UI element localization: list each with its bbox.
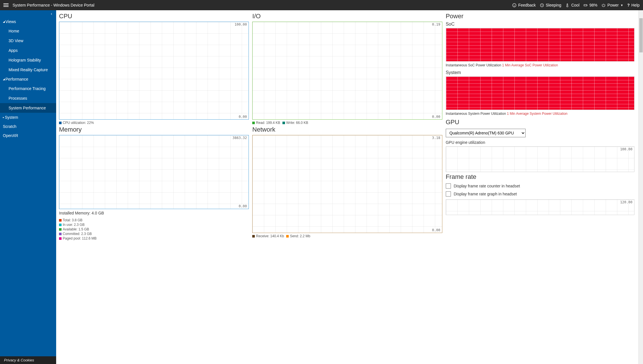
legend-text: Write: 66.0 KB [286,121,308,125]
chart-cpu[interactable]: 100.00 0.00 [59,22,249,120]
section-label: Performance [5,77,28,81]
sidebar-collapse-button[interactable]: ‹ [0,10,56,17]
chart-gpu[interactable]: 100.00 [446,146,634,172]
thermometer-icon [565,3,569,7]
sidebar-nav: ◢Views Home 3D View Apps Hologram Stabil… [0,17,56,356]
svg-point-0 [512,3,516,7]
sidebar-item-mixed-reality-capture[interactable]: Mixed Reality Capture [0,65,56,75]
checkbox-icon[interactable] [446,183,451,189]
legend-text: CPU utilization: 22% [63,121,94,125]
chart-grid [446,77,634,110]
swatch-icon [59,219,62,222]
sidebar-item-scratch[interactable]: Scratch [0,122,56,131]
swatch-icon [59,224,62,226]
chart-grid [446,147,634,172]
smiley-icon [512,3,516,7]
sidebar: ‹ ◢Views Home 3D View Apps Hologram Stab… [0,10,56,364]
gpu-util-label: GPU engine utilization [446,140,634,145]
chevron-down-icon: ◢ [3,78,5,81]
legend-text: In use: 2.3 GB [63,223,85,227]
nav-section-system[interactable]: ▸System [0,113,56,122]
nav-section-performance[interactable]: ◢Performance [0,75,56,84]
svg-point-2 [515,5,515,5]
menu-icon[interactable] [3,3,9,7]
sidebar-item-3d-view[interactable]: 3D View [0,36,56,46]
chart-memory[interactable]: 3863.32 0.00 [59,135,249,209]
chart-grid [446,200,634,215]
help-button[interactable]: ? Help [627,3,640,7]
gpu-select[interactable]: Qualcomm(R) Adreno(TM) 630 GPU [446,129,526,137]
checkbox-icon[interactable] [446,191,451,197]
checkbox-label: Display frame rate graph in headset [454,192,517,196]
label-soc: SoC [446,22,634,27]
swatch-icon [59,228,62,231]
chart-min-value: 0.00 [239,204,247,208]
chart-grid [446,28,634,61]
panel-title-framerate: Frame rate [446,173,634,181]
chart-max-value: 0.19 [432,23,440,26]
battery-state[interactable]: 98% [583,3,597,7]
sidebar-item-performance-tracing[interactable]: Performance Tracing [0,84,56,93]
scrollbar[interactable] [638,10,643,364]
battery-icon [583,3,588,7]
chart-grid [59,22,249,119]
thermal-label: Cool [571,3,579,7]
panel-title-power: Power [446,13,634,20]
legend-cpu: CPU utilization: 22% [59,121,249,125]
device-state[interactable]: Sleeping [540,3,561,7]
sidebar-item-home[interactable]: Home [0,26,56,36]
legend-text: Committed: 2.3 GB [63,232,92,236]
legend-text: Total: 3.8 GB [63,218,82,222]
panel-title-gpu: GPU [446,118,634,126]
swatch-icon [59,122,62,124]
chart-max-value: 100.00 [235,23,247,26]
checkbox-framerate-counter[interactable]: Display frame rate counter in headset [446,183,634,189]
legend-text-avg: 1 Min Average SoC Power Utilization [502,63,558,67]
chart-grid [253,135,442,233]
power-menu[interactable]: Power ▼ [601,3,623,7]
column-3: Power SoC Instantaneous SoC Power Utiliz… [444,11,637,363]
chart-power-soc[interactable] [446,28,634,62]
chart-power-system[interactable] [446,76,634,110]
checkbox-framerate-graph[interactable]: Display frame rate graph in headset [446,191,634,197]
chart-io[interactable]: 0.19 0.00 [252,22,442,120]
chart-max-value: 120.00 [620,200,632,204]
sidebar-item-openxr[interactable]: OpenXR [0,131,56,140]
feedback-label: Feedback [518,3,536,7]
legend-io: Read: 199.4 KB Write: 66.0 KB [252,121,442,125]
app-header: System Performance - Windows Device Port… [0,0,643,10]
chart-grid [253,22,442,119]
panel-title-memory: Memory [59,126,249,133]
chart-framerate[interactable]: 120.00 [446,199,634,215]
legend-text-avg: 1 Min Average System Power Utilization [507,112,567,116]
privacy-link[interactable]: Privacy & Cookies [0,356,56,364]
memory-installed-label: Installed Memory: 4.0 GB [59,211,249,215]
power-icon [601,3,606,7]
legend-text: Send: 2.2 Mb [290,234,310,238]
chart-max-value: 3.18 [432,136,440,140]
legend-text: Instantaneous System Power Utilization [446,112,506,116]
legend-text: Instantaneous SoC Power Utilization [446,63,501,67]
sidebar-item-apps[interactable]: Apps [0,46,56,55]
legend-text: Paged pool: 112.6 MB [63,236,97,240]
sidebar-item-system-performance[interactable]: System Performance [0,103,56,113]
sidebar-item-hologram-stability[interactable]: Hologram Stability [0,55,56,65]
label-system: System [446,70,634,75]
panel-title-network: Network [252,126,442,133]
sidebar-item-processes[interactable]: Processes [0,93,56,103]
panel-title-cpu: CPU [59,13,249,20]
question-icon: ? [627,3,630,7]
help-label: Help [631,3,640,7]
chart-network[interactable]: 3.18 0.00 [252,135,442,233]
swatch-icon [286,235,289,238]
column-1: CPU 100.00 0.00 CPU utilization: 22% Mem… [57,11,251,363]
thermal-state[interactable]: Cool [565,3,579,7]
panel-title-io: I/O [252,13,442,20]
chart-grid [59,135,249,209]
svg-rect-4 [584,5,587,6]
chevron-right-icon: ▸ [3,116,4,119]
nav-section-views[interactable]: ◢Views [0,17,56,26]
legend-memory: Total: 3.8 GB In use: 2.3 GB Available: … [59,218,249,240]
feedback-button[interactable]: Feedback [512,3,536,7]
swatch-icon [282,122,285,124]
